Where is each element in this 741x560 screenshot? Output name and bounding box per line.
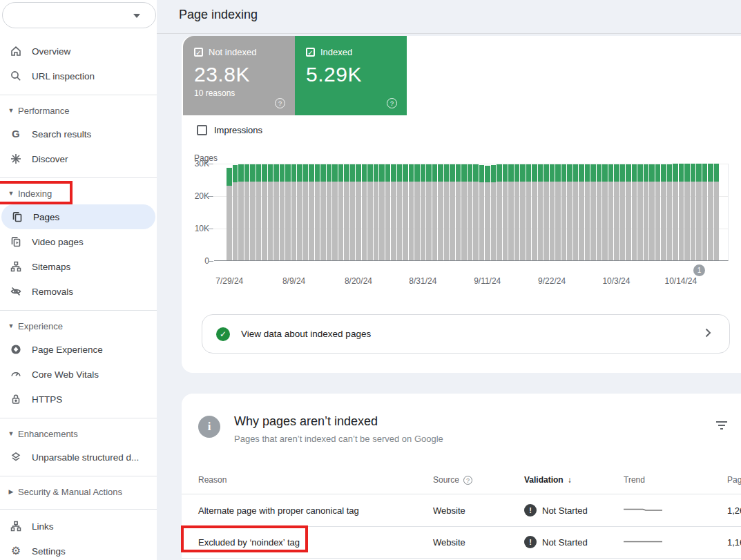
chart-bar[interactable] (514, 164, 520, 260)
chart-bar[interactable] (655, 164, 661, 260)
chart-bar[interactable] (532, 164, 537, 260)
chart-bar[interactable] (538, 164, 543, 260)
impressions-toggle[interactable]: Impressions (197, 125, 262, 135)
chart-bar[interactable] (320, 164, 326, 260)
chart-bar[interactable] (620, 164, 626, 260)
chart-bar[interactable] (708, 164, 713, 260)
chart-bar[interactable] (679, 164, 684, 260)
sidebar-item-https[interactable]: HTTPS (0, 387, 157, 412)
column-header-pages[interactable]: Pages (727, 475, 741, 485)
sidebar-item-core-web-vitals[interactable]: Core Web Vitals (0, 362, 157, 387)
column-header-reason[interactable]: Reason (198, 475, 433, 485)
sidebar-item-page-experience[interactable]: Page Experience (0, 337, 157, 362)
sidebar-section-experience[interactable]: ▼ Experience (0, 315, 157, 337)
chart-bar[interactable] (327, 164, 332, 260)
chart-bar[interactable] (508, 164, 514, 260)
chart-bar[interactable] (614, 164, 619, 260)
chart-bar[interactable] (567, 164, 572, 260)
filter-list-icon[interactable] (715, 420, 729, 431)
chart-bar[interactable] (444, 164, 450, 260)
chart-bar[interactable] (256, 164, 262, 260)
chart-bar[interactable] (285, 164, 291, 260)
chart-bar[interactable] (597, 164, 602, 260)
column-header-source[interactable]: Source ? (433, 475, 524, 485)
sidebar-section-security-manual-actions[interactable]: ▶ Security & Manual Actions (0, 481, 157, 503)
chart-bar[interactable] (702, 164, 708, 260)
chart-bar[interactable] (409, 164, 414, 260)
sidebar-section-indexing[interactable]: ▼ Indexing (0, 182, 157, 204)
chart-bar[interactable] (432, 164, 438, 260)
indexed-stat-box[interactable]: ✓ Indexed 5.29K ? (295, 36, 407, 115)
view-indexed-data-banner[interactable]: ✓ View data about indexed pages (202, 314, 730, 354)
chart-bar[interactable] (473, 164, 479, 260)
chart-bar[interactable] (362, 164, 367, 260)
chart-bar[interactable] (291, 164, 297, 260)
sidebar-section-performance[interactable]: ▼ Performance (0, 99, 157, 122)
chart-bar[interactable] (632, 164, 637, 260)
chart-bar[interactable] (268, 164, 273, 260)
chart-bar[interactable] (590, 164, 596, 260)
chart-bar[interactable] (280, 164, 285, 260)
chart-bar[interactable] (367, 164, 373, 260)
chart-bar[interactable] (332, 164, 338, 260)
chart-bar[interactable] (303, 164, 309, 260)
chart-bar[interactable] (250, 164, 256, 260)
chart-bar[interactable] (526, 164, 532, 260)
chart-bar[interactable] (414, 164, 420, 260)
chart-bar[interactable] (238, 164, 244, 260)
chart-bar[interactable] (421, 164, 426, 260)
chart-bar[interactable] (391, 164, 396, 260)
chart-bar[interactable] (550, 164, 555, 260)
sidebar-item-url-inspection[interactable]: URL inspection (0, 64, 157, 88)
chart-bar[interactable] (714, 164, 720, 260)
chart-bar[interactable] (227, 168, 232, 260)
sidebar-item-sitemaps[interactable]: Sitemaps (0, 254, 157, 279)
chart-bar[interactable] (479, 165, 485, 260)
chart-bar[interactable] (520, 164, 526, 260)
chart-bar[interactable] (626, 164, 631, 260)
chart-bar[interactable] (637, 164, 643, 260)
chart-bar[interactable] (503, 164, 508, 260)
not-indexed-stat-box[interactable]: ✓ Not indexed 23.8K 10 reasons ? (183, 36, 295, 115)
chart-bar[interactable] (667, 164, 673, 260)
chart-bar[interactable] (561, 164, 567, 260)
chart-bar[interactable] (309, 164, 314, 260)
sidebar-item-removals[interactable]: Removals (0, 279, 157, 304)
chart-bar[interactable] (385, 164, 391, 260)
chart-bar[interactable] (403, 164, 408, 260)
sidebar-item-links[interactable]: Links (0, 514, 157, 539)
column-header-trend[interactable]: Trend (624, 475, 727, 485)
table-row[interactable]: Alternate page with proper canonical tag… (182, 494, 741, 526)
sidebar-item-search-results[interactable]: G Search results (0, 122, 157, 146)
chart-bar[interactable] (602, 164, 608, 260)
sidebar-item-video-pages[interactable]: Video pages (0, 229, 157, 254)
chart-bar[interactable] (543, 164, 549, 260)
chart-bar[interactable] (350, 164, 356, 260)
chart-bar[interactable] (338, 164, 344, 260)
chart-bar[interactable] (315, 164, 320, 260)
property-selector-dropdown[interactable] (2, 2, 156, 28)
chart-bar[interactable] (684, 164, 690, 260)
checkbox-checked-icon[interactable]: ✓ (194, 48, 203, 57)
chart-marker-badge[interactable]: 1 (693, 264, 705, 276)
chart-bar[interactable] (661, 164, 666, 260)
column-header-validation[interactable]: Validation ↓ (524, 475, 624, 485)
indexing-bar-chart[interactable] (214, 164, 729, 261)
help-icon[interactable]: ? (387, 98, 397, 108)
checkbox-checked-icon[interactable]: ✓ (306, 48, 315, 57)
chart-bar[interactable] (585, 164, 590, 260)
chart-bar[interactable] (644, 164, 649, 260)
chart-bar[interactable] (356, 164, 361, 260)
checkbox-unchecked-icon[interactable] (197, 125, 207, 135)
chart-bar[interactable] (468, 164, 473, 260)
chart-bar[interactable] (344, 164, 349, 260)
chart-bar[interactable] (649, 164, 655, 260)
chart-bar[interactable] (426, 164, 432, 260)
chart-bar[interactable] (262, 164, 267, 260)
chart-bar[interactable] (673, 164, 678, 260)
help-icon[interactable]: ? (463, 476, 472, 485)
chart-bar[interactable] (297, 164, 302, 260)
chart-bar[interactable] (573, 164, 579, 260)
chart-bar[interactable] (233, 165, 238, 260)
chart-bar[interactable] (374, 164, 379, 260)
